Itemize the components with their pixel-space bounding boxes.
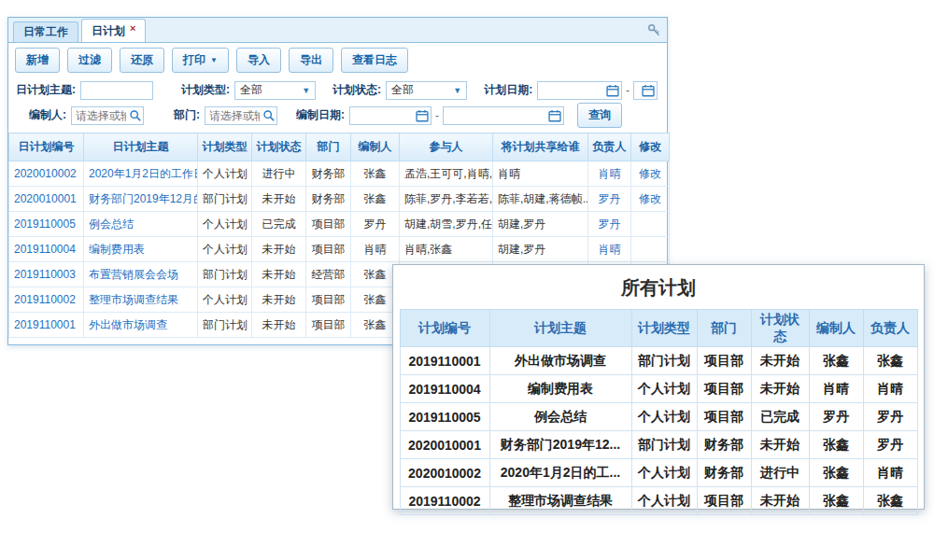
button-label: 新增 (26, 52, 49, 68)
cell-link[interactable]: 修改 (631, 161, 670, 187)
table-cell: 财务部 (306, 187, 351, 212)
add-button[interactable]: 新增 (15, 48, 60, 73)
cell-link[interactable]: 修改 (631, 187, 670, 212)
search-icon[interactable] (262, 109, 276, 122)
column-header[interactable]: 修改 (631, 133, 670, 161)
table-cell: 2019110004 (400, 375, 489, 403)
table-cell: 肖晴,张鑫 (400, 237, 493, 262)
cell-link[interactable]: 外出做市场调查 (84, 313, 198, 338)
table-row[interactable]: 2020010001财务部门2019年12月的...部门计划未开始财务部张鑫陈菲… (9, 187, 670, 212)
print-button[interactable]: 打印 ▼ (172, 48, 229, 73)
table-cell: 项目部 (306, 237, 351, 262)
cell-link[interactable]: 罗丹 (588, 212, 631, 237)
select-value: 全部 (391, 82, 414, 98)
subject-label: 日计划主题: (16, 82, 76, 98)
import-button[interactable]: 导入 (236, 48, 281, 73)
table-cell: 未开始 (252, 187, 306, 212)
search-icon[interactable] (129, 109, 142, 122)
cell-link[interactable]: 罗丹 (588, 187, 631, 212)
export-button[interactable]: 导出 (289, 48, 333, 73)
select-value: 全部 (240, 82, 262, 98)
button-label: 查询 (588, 107, 611, 123)
table-cell: 张鑫 (809, 431, 863, 459)
cell-link[interactable]: 2020010001 (9, 187, 84, 212)
cell-link[interactable]: 2020010002 (9, 161, 84, 187)
cell-link[interactable]: 肖晴 (588, 237, 631, 262)
table-cell: 张鑫 (351, 187, 400, 212)
subject-input[interactable] (80, 81, 153, 100)
cell-link[interactable]: 2020年1月2日的工作日... (84, 161, 198, 187)
table-cell: 肖晴 (809, 375, 863, 403)
query-button[interactable]: 查询 (577, 103, 622, 128)
column-header[interactable]: 将计划共享给谁 (493, 133, 588, 161)
column-header[interactable]: 负责人 (588, 133, 631, 161)
cell-link[interactable]: 2019110001 (9, 313, 84, 338)
table-cell: 胡建,罗丹 (493, 237, 588, 262)
plan-status-select[interactable]: 全部 ▼ (386, 81, 467, 100)
close-tab-icon[interactable]: × (130, 22, 135, 34)
filter-panel: 日计划主题: 计划类型: 全部 ▼ 计划状态: 全部 ▼ 计划日期: - (8, 77, 667, 132)
calendar-icon[interactable] (642, 84, 655, 97)
plan-type-select[interactable]: 全部 ▼ (234, 81, 316, 100)
table-cell: 未开始 (751, 431, 809, 459)
table-cell: 部门计划 (631, 347, 697, 375)
column-header[interactable]: 编制人 (351, 133, 400, 161)
table-cell: 肖晴 (863, 375, 917, 403)
date-range-separator: - (435, 109, 439, 122)
calendar-icon[interactable] (548, 109, 561, 122)
table-row[interactable]: 20200100022020年1月2日的工作日...个人计划进行中财务部张鑫孟浩… (9, 161, 670, 187)
cell-link[interactable]: 例会总结 (84, 212, 198, 237)
tab-daily-plan[interactable]: 日计划 × (81, 19, 146, 42)
tab-daily-work[interactable]: 日常工作 (13, 21, 78, 42)
filter-row-2: 编制人: 部门: 编制日期: - (16, 103, 659, 128)
table-row[interactable]: 2019110004编制费用表个人计划未开始项目部肖晴肖晴,张鑫胡建,罗丹肖晴 (9, 237, 670, 262)
column-header[interactable]: 参与人 (400, 133, 493, 161)
table-cell: 项目部 (697, 487, 751, 515)
calendar-icon[interactable] (416, 109, 429, 122)
cell-link[interactable]: 布置营销展会会场 (84, 262, 198, 287)
plan-status-label: 计划状态: (333, 82, 381, 98)
table-row[interactable]: 2019110005例会总结个人计划已完成项目部罗丹胡建,胡雪,罗丹,任晓...… (9, 212, 670, 237)
table-cell: 孟浩,王可可,肖晴,张鑫 (400, 161, 493, 187)
table-row: 2019110004编制费用表个人计划项目部未开始肖晴肖晴 (400, 375, 917, 403)
filter-row-1: 日计划主题: 计划类型: 全部 ▼ 计划状态: 全部 ▼ 计划日期: - (16, 77, 659, 103)
cell-link[interactable]: 肖晴 (588, 161, 631, 187)
cell-link[interactable]: 2019110002 (9, 287, 84, 313)
table-header-row: 日计划编号日计划主题计划类型计划状态部门编制人参与人将计划共享给谁负责人修改 (9, 133, 670, 161)
table-cell: 财务部门2019年12... (489, 431, 631, 459)
plan-date-start-field (537, 81, 622, 100)
table-cell: 张鑫 (351, 161, 400, 187)
column-header: 部门 (697, 310, 751, 347)
tab-bar: 日常工作 日计划 × (8, 18, 667, 43)
column-header[interactable]: 日计划主题 (84, 133, 198, 161)
table-cell (631, 237, 670, 262)
cell-link[interactable]: 2019110005 (9, 212, 84, 237)
cell-link[interactable]: 2019110003 (9, 262, 84, 287)
cell-link[interactable]: 整理市场调查结果 (84, 287, 198, 313)
cell-link[interactable]: 财务部门2019年12月的... (84, 187, 198, 212)
table-cell: 项目部 (306, 287, 351, 313)
column-header[interactable]: 计划状态 (252, 133, 306, 161)
cell-link[interactable]: 2019110004 (9, 237, 84, 262)
table-cell: 外出做市场调查 (489, 347, 631, 375)
key-icon[interactable] (647, 23, 661, 37)
table-cell: 罗丹 (809, 403, 863, 431)
table-cell: 张鑫 (809, 459, 863, 487)
column-header[interactable]: 日计划编号 (9, 133, 84, 161)
table-cell: 财务部 (697, 431, 751, 459)
cell-link[interactable]: 编制费用表 (84, 237, 198, 262)
table-cell: 未开始 (252, 262, 306, 287)
compile-date-end-input[interactable] (443, 106, 564, 125)
table-cell: 陈菲,胡建,蒋德帧... (493, 187, 588, 212)
table-cell: 个人计划 (198, 237, 252, 262)
calendar-icon[interactable] (606, 84, 619, 97)
restore-button[interactable]: 还原 (120, 48, 164, 73)
column-header[interactable]: 部门 (306, 133, 351, 161)
column-header[interactable]: 计划类型 (198, 133, 252, 161)
table-cell: 陈菲,罗丹,李若若,罗... (400, 187, 493, 212)
view-log-button[interactable]: 查看日志 (341, 48, 408, 73)
table-header-row: 计划编号计划主题计划类型部门计划状态编制人负责人 (400, 310, 917, 347)
table-cell: 个人计划 (631, 459, 697, 487)
filter-button[interactable]: 过滤 (67, 48, 112, 73)
table-cell: 2020年1月2日的工... (489, 459, 631, 487)
